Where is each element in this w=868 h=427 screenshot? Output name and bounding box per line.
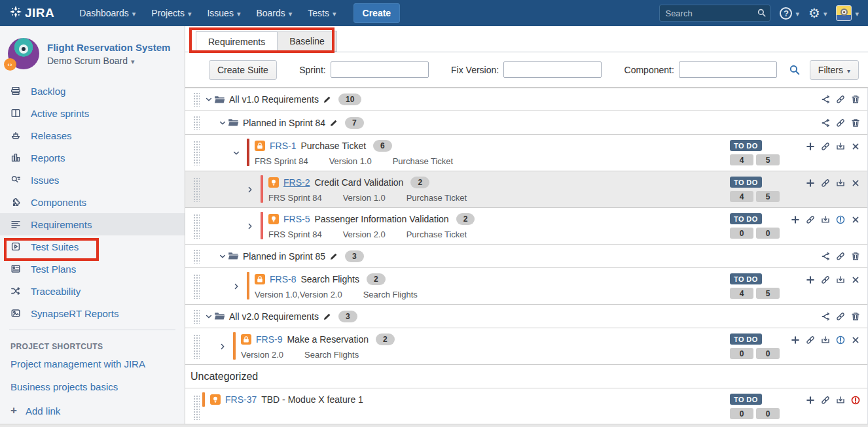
navbar-menu-projects[interactable]: Projects	[143, 0, 199, 26]
add-icon[interactable]	[790, 335, 801, 345]
chevron-down-icon[interactable]	[231, 148, 242, 158]
drag-handle-icon[interactable]	[193, 116, 200, 130]
project-shortcut-link[interactable]: Business projects basics	[0, 375, 185, 398]
sidebar-item-releases[interactable]: Releases	[0, 124, 185, 146]
count-pill[interactable]: 5	[756, 191, 780, 202]
chevron-right-icon[interactable]	[217, 341, 228, 352]
remove-icon[interactable]	[850, 178, 861, 188]
issue-key-link[interactable]: FRS-9	[256, 334, 282, 345]
info-warning-icon[interactable]	[835, 214, 846, 225]
remove-icon[interactable]	[850, 275, 861, 285]
add-icon[interactable]	[805, 178, 816, 188]
add-link-button[interactable]: Add link	[0, 398, 185, 423]
sidebar-item-components[interactable]: Components	[0, 191, 185, 213]
link-icon[interactable]	[835, 251, 846, 262]
share-branch-icon[interactable]	[820, 251, 831, 262]
link-icon[interactable]	[805, 214, 816, 225]
chevron-right-icon[interactable]	[245, 221, 255, 231]
sprint-filter-input[interactable]	[331, 61, 429, 78]
count-pill[interactable]: 4	[730, 154, 753, 165]
admin-menu[interactable]	[808, 7, 827, 20]
link-icon[interactable]	[820, 141, 831, 152]
count-pill[interactable]: 4	[730, 191, 753, 202]
edit-pencil-icon[interactable]	[323, 95, 332, 104]
remove-icon[interactable]	[850, 335, 861, 345]
drag-handle-icon[interactable]	[193, 141, 200, 165]
add-icon[interactable]	[805, 395, 816, 405]
edit-pencil-icon[interactable]	[329, 118, 338, 128]
board-switcher[interactable]: Demo Scrum Board	[47, 56, 170, 66]
project-shortcut-link[interactable]: Project management with JIRA	[0, 352, 185, 375]
chevron-down-icon[interactable]	[204, 311, 214, 322]
issue-key-link[interactable]: FRS-8	[270, 274, 296, 284]
import-tray-icon[interactable]	[835, 141, 846, 152]
help-menu[interactable]	[780, 7, 799, 20]
link-icon[interactable]	[835, 311, 846, 322]
drag-handle-icon[interactable]	[193, 177, 200, 202]
remove-icon[interactable]	[850, 214, 861, 225]
sidebar-item-reports[interactable]: Reports	[0, 146, 185, 169]
navbar-menu-dashboards[interactable]: Dashboards	[71, 0, 143, 26]
drag-handle-icon[interactable]	[193, 274, 200, 299]
sidebar-item-backlog[interactable]: Backlog	[0, 80, 185, 102]
component-filter-input[interactable]	[679, 61, 777, 78]
user-menu[interactable]	[836, 5, 859, 21]
fix-version-filter-input[interactable]	[503, 61, 602, 78]
issue-key-link[interactable]: FRS-1	[270, 141, 296, 151]
sidebar-item-test-suites[interactable]: Test Suites	[0, 235, 185, 258]
jira-logo[interactable]: JIRA	[9, 5, 54, 22]
issue-key-link[interactable]: FRS-37	[225, 394, 257, 405]
sidebar-item-traceability[interactable]: Traceability	[0, 280, 185, 302]
issue-key-link[interactable]: FRS-5	[283, 214, 310, 224]
link-icon[interactable]	[805, 335, 816, 345]
link-icon[interactable]	[835, 94, 846, 105]
count-pill[interactable]: 0	[756, 408, 780, 419]
filters-button[interactable]: Filters	[810, 60, 859, 80]
drag-handle-icon[interactable]	[193, 249, 200, 264]
drag-handle-icon[interactable]	[193, 309, 200, 324]
sidebar-item-test-plans[interactable]: Test Plans	[0, 258, 185, 280]
link-icon[interactable]	[835, 118, 846, 128]
link-icon[interactable]	[820, 178, 831, 188]
search-icon[interactable]	[757, 8, 767, 20]
import-tray-icon[interactable]	[835, 178, 846, 188]
trash-icon[interactable]	[850, 311, 861, 322]
import-tray-icon[interactable]	[820, 335, 831, 345]
edit-pencil-icon[interactable]	[329, 252, 338, 261]
navbar-menu-tests[interactable]: Tests	[300, 0, 344, 26]
add-icon[interactable]	[790, 214, 801, 225]
import-tray-icon[interactable]	[835, 395, 846, 405]
search-input[interactable]	[659, 5, 770, 22]
import-tray-icon[interactable]	[835, 275, 846, 285]
create-button[interactable]: Create	[353, 3, 401, 23]
apply-search-icon[interactable]	[789, 64, 801, 76]
chevron-down-icon[interactable]	[204, 94, 214, 105]
trash-icon[interactable]	[850, 118, 861, 128]
sidebar-item-synapsert-reports[interactable]: SynapseRT Reports	[0, 302, 185, 324]
import-tray-icon[interactable]	[820, 214, 831, 225]
navbar-menu-boards[interactable]: Boards	[248, 0, 300, 26]
drag-handle-icon[interactable]	[193, 214, 200, 239]
count-pill[interactable]: 5	[756, 154, 780, 165]
remove-icon[interactable]	[850, 141, 861, 152]
edit-pencil-icon[interactable]	[323, 312, 332, 321]
info-warning-icon[interactable]	[835, 335, 846, 345]
count-pill[interactable]: 0	[756, 348, 780, 359]
share-branch-icon[interactable]	[820, 118, 831, 128]
sidebar-item-issues[interactable]: Issues	[0, 169, 185, 191]
drag-handle-icon[interactable]	[193, 92, 200, 107]
tab-baseline[interactable]: Baseline	[278, 31, 337, 52]
project-name[interactable]: Flight Reservation System	[47, 41, 170, 54]
chevron-right-icon[interactable]	[231, 281, 242, 292]
sidebar-item-active-sprints[interactable]: Active sprints	[0, 102, 185, 124]
share-branch-icon[interactable]	[820, 94, 831, 105]
count-pill[interactable]: 0	[730, 408, 753, 419]
tab-requirements[interactable]: Requirements	[196, 31, 278, 52]
count-pill[interactable]: 4	[730, 288, 753, 299]
link-icon[interactable]	[820, 275, 831, 285]
trash-icon[interactable]	[850, 94, 861, 105]
project-avatar[interactable]	[8, 38, 39, 69]
create-suite-button[interactable]: Create Suite	[209, 60, 277, 80]
sidebar-item-requirements[interactable]: Requirements	[0, 213, 185, 235]
share-branch-icon[interactable]	[820, 311, 831, 322]
